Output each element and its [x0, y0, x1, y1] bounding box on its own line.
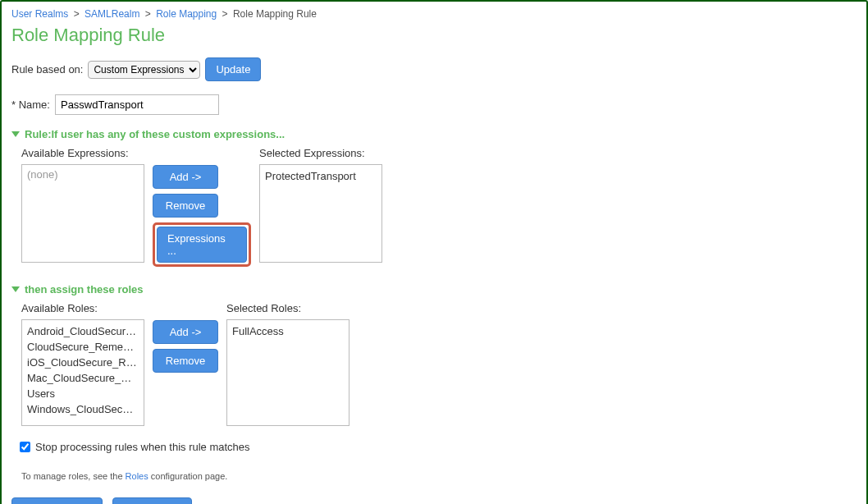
expressions-button-highlight: Expressions ...	[153, 222, 251, 267]
breadcrumb-current: Role Mapping Rule	[233, 8, 317, 20]
list-item[interactable]: Users	[27, 386, 139, 401]
list-item[interactable]: iOS_CloudSecure_Role	[27, 355, 139, 370]
chevron-down-icon	[11, 131, 20, 137]
section-rule-title: Rule:If user has any of these custom exp…	[25, 128, 285, 140]
available-roles-label: Available Roles:	[21, 302, 144, 314]
save-new-button[interactable]: Save + New	[112, 497, 191, 504]
list-item[interactable]: Android_CloudSecure_Role	[27, 323, 139, 339]
selected-expressions-label: Selected Expressions:	[259, 147, 382, 159]
expressions-button[interactable]: Expressions ...	[157, 227, 247, 263]
available-expressions-label: Available Expressions:	[21, 147, 144, 159]
list-item[interactable]: ProtectedTransport	[265, 168, 377, 184]
list-item[interactable]: Windows_CloudSecure_Role	[27, 401, 139, 417]
available-roles-listbox[interactable]: Android_CloudSecure_Role CloudSecure_Rem…	[21, 319, 144, 426]
available-expressions-listbox[interactable]: (none)	[21, 164, 144, 263]
section-rule-header[interactable]: Rule:If user has any of these custom exp…	[11, 128, 857, 140]
breadcrumb-sep: >	[222, 8, 228, 20]
chevron-down-icon	[11, 286, 20, 292]
rule-based-on-label: Rule based on:	[11, 63, 83, 76]
selected-expressions-listbox[interactable]: ProtectedTransport	[259, 164, 382, 263]
page-title: Role Mapping Rule	[11, 25, 857, 46]
name-input[interactable]	[55, 94, 219, 115]
rule-based-on-select[interactable]: Custom Expressions	[88, 61, 200, 79]
breadcrumb-sep: >	[74, 8, 80, 20]
breadcrumb-samlrealm[interactable]: SAMLRealm	[85, 8, 139, 20]
list-item[interactable]: CloudSecure_Remed_Role	[27, 339, 139, 355]
remove-role-button[interactable]: Remove	[153, 349, 218, 373]
stop-processing-label: Stop processing rules when this rule mat…	[35, 441, 250, 453]
stop-processing-checkbox[interactable]	[20, 442, 30, 452]
update-button[interactable]: Update	[205, 57, 261, 81]
name-label: * Name:	[11, 99, 50, 111]
breadcrumb: User Realms > SAMLRealm > Role Mapping >…	[11, 8, 857, 20]
selected-roles-label: Selected Roles:	[226, 302, 349, 314]
remove-expression-button[interactable]: Remove	[153, 194, 218, 218]
available-expressions-placeholder: (none)	[27, 168, 139, 181]
roles-link[interactable]: Roles	[126, 471, 148, 481]
selected-roles-listbox[interactable]: FullAccess	[226, 319, 349, 426]
section-roles-header[interactable]: then assign these roles	[11, 283, 857, 296]
breadcrumb-role-mapping[interactable]: Role Mapping	[156, 8, 217, 20]
add-role-button[interactable]: Add ->	[153, 320, 218, 344]
manage-roles-note: To manage roles, see the Roles configura…	[21, 471, 857, 481]
breadcrumb-user-realms[interactable]: User Realms	[11, 8, 68, 20]
breadcrumb-sep: >	[145, 8, 151, 20]
list-item[interactable]: FullAccess	[232, 323, 344, 339]
add-expression-button[interactable]: Add ->	[153, 165, 218, 189]
section-roles-title: then assign these roles	[25, 283, 144, 296]
save-changes-button[interactable]: Save Changes	[11, 497, 103, 504]
list-item[interactable]: Mac_CloudSecure_Role	[27, 370, 139, 386]
